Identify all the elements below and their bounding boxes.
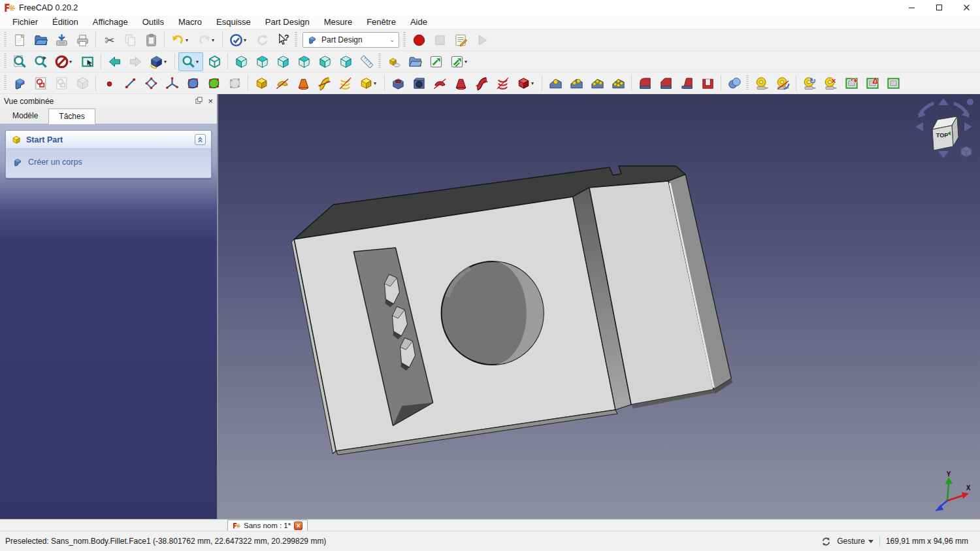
toggle-dimension-overlay-icon[interactable] [883,74,903,93]
toolbar-grip[interactable] [4,54,7,69]
local-coordinate-system-icon[interactable] [162,74,182,93]
whats-this-icon[interactable]: ? [273,31,293,50]
toolbar-grip[interactable] [295,32,297,48]
groove-icon[interactable] [430,74,449,93]
multi-transform-icon[interactable] [608,74,628,93]
paste-icon[interactable] [141,31,161,50]
toolbar-grip[interactable] [403,32,406,48]
menu-item[interactable]: Aide [403,16,434,28]
linear-pattern-icon[interactable] [566,74,586,93]
edit-sketch-icon[interactable] [52,74,71,93]
menu-item[interactable]: Fichier [5,16,45,28]
revolution-icon[interactable] [272,74,292,93]
title-bar[interactable]: FreeCAD 0.20.2 [0,0,980,15]
chamfer-icon[interactable] [656,74,676,93]
close-document-icon[interactable]: × [294,522,302,530]
measure-refresh-icon[interactable]: ↻ [800,74,819,93]
thickness-icon[interactable] [698,74,717,93]
menu-item[interactable]: Part Design [258,16,317,28]
home-view-icon[interactable]: ▾ [146,52,171,71]
sub-object-shape-binder-icon[interactable] [204,74,223,93]
macro-play-icon[interactable] [472,31,491,50]
measure-linear-icon[interactable] [752,74,772,93]
float-panel-icon[interactable] [195,97,203,106]
map-sketch-icon[interactable] [73,74,92,93]
mirrored-icon[interactable] [546,74,565,93]
cut-icon[interactable]: ✂ [99,31,119,50]
viewport-3d[interactable]: TOP Y X [218,94,980,519]
pocket-icon[interactable] [388,74,408,93]
minimize-button[interactable] [898,0,925,15]
menu-item[interactable]: Outils [135,16,171,28]
shape-binder-icon[interactable] [183,74,203,93]
view-bottom-icon[interactable] [315,52,335,71]
collapse-section-button[interactable] [195,134,206,145]
menu-item[interactable]: Édition [45,16,86,28]
start-part-header[interactable]: Start Part [6,131,211,149]
polar-pattern-icon[interactable] [587,74,607,93]
toggle-measurements-3d-icon[interactable]: ↷ [841,74,861,93]
boolean-operation-icon[interactable] [725,74,744,93]
nav-style-selector[interactable]: Gesture [837,537,874,546]
axonometric-view-icon[interactable] [204,52,224,71]
fit-all-icon[interactable] [10,52,29,71]
additive-loft-icon[interactable] [293,74,313,93]
menu-item[interactable]: Macro [171,16,209,28]
create-body-action[interactable]: Créer un corps [12,157,204,167]
draw-style-icon[interactable]: ▾ [52,52,76,71]
tab-taches[interactable]: Tâches [48,109,95,124]
nav-forward-icon[interactable] [125,52,145,71]
maximize-button[interactable] [925,0,953,15]
navigation-cube[interactable]: TOP [913,95,975,161]
save-document-icon[interactable] [52,31,71,50]
macro-edit-icon[interactable] [451,31,470,50]
draft-icon[interactable] [677,74,696,93]
view-left-icon[interactable] [336,52,355,71]
create-sketch-icon[interactable] [31,74,50,93]
clone-icon[interactable] [225,74,244,93]
menu-item[interactable]: Mesure [317,16,359,28]
nav-back-icon[interactable] [105,52,124,71]
subtractive-loft-icon[interactable] [451,74,470,93]
create-part-icon[interactable] [384,52,404,71]
measure-clear-all-icon[interactable]: × [821,74,840,93]
view-front-icon[interactable] [231,52,251,71]
refresh-icon[interactable] [252,31,272,50]
check-circle-icon[interactable]: ▾ [226,31,251,50]
toggle-measurements-delta-icon[interactable]: Δ [862,74,882,93]
toolbar-grip[interactable] [378,54,381,69]
close-panel-icon[interactable]: × [208,97,213,105]
new-document-icon[interactable] [10,31,29,50]
datum-line-icon[interactable] [120,74,140,93]
subtractive-primitive-icon[interactable]: ▾ [514,74,538,93]
additive-primitive-icon[interactable]: ▾ [356,74,381,93]
redo-icon[interactable]: ▾ [194,31,219,50]
fillet-icon[interactable] [635,74,655,93]
copy-icon[interactable] [120,31,140,50]
macro-record-icon[interactable] [409,31,429,50]
view-rear-icon[interactable] [294,52,314,71]
make-link-group-icon[interactable]: ▾ [447,52,472,71]
fit-selection-icon[interactable] [31,52,50,71]
box-selection-icon[interactable] [78,52,97,71]
additive-pipe-icon[interactable] [314,74,334,93]
print-icon[interactable] [73,31,92,50]
menu-item[interactable]: Esquisse [209,16,258,28]
toolbar-grip[interactable] [4,75,7,91]
make-link-icon[interactable] [426,52,446,71]
pad-icon[interactable] [252,74,271,93]
document-tab[interactable]: Sans nom : 1* × [227,520,308,531]
datum-point-icon[interactable] [99,74,119,93]
undo-icon[interactable]: ▾ [168,31,193,50]
open-document-icon[interactable] [31,31,50,50]
view-right-icon[interactable] [273,52,293,71]
view-top-icon[interactable] [252,52,272,71]
datum-plane-icon[interactable] [141,74,161,93]
create-body-icon[interactable] [10,74,29,93]
create-group-icon[interactable] [405,52,425,71]
additive-helix-icon[interactable] [335,74,355,93]
menu-item[interactable]: Affichage [86,16,135,28]
subtractive-pipe-icon[interactable] [472,74,491,93]
measure-angular-icon[interactable] [773,74,792,93]
toolbar-grip[interactable] [746,75,749,91]
